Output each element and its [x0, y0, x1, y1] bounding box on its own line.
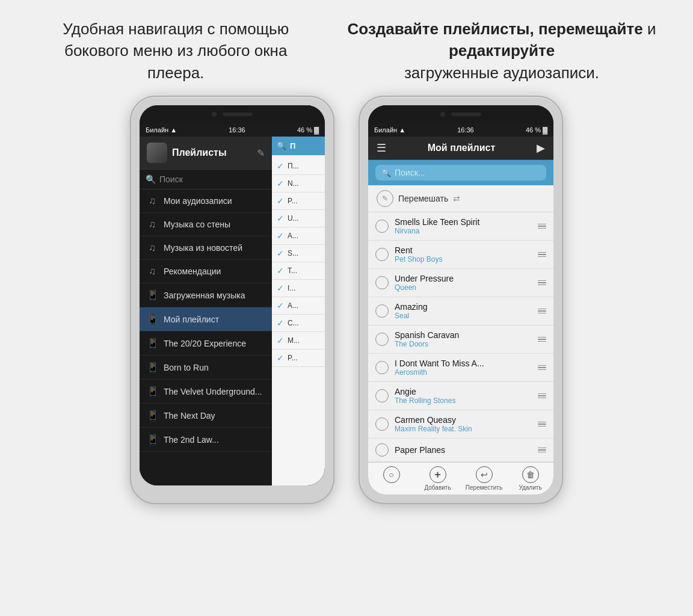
delete-icon[interactable]: 🗑 — [522, 466, 539, 483]
add-button[interactable]: + Добавить — [414, 466, 461, 491]
track-menu-8[interactable] — [538, 448, 546, 453]
track-menu-4[interactable] — [538, 337, 546, 342]
hamburger-icon[interactable]: ☰ — [377, 141, 386, 155]
track-name-0: Smells Like Teen Spirit — [395, 217, 532, 227]
music-icon-4: ♫ — [147, 266, 158, 277]
speaker-bar-right — [451, 112, 481, 116]
left-caption: Удобная навигация с помощью бокового мен… — [36, 18, 315, 84]
sidebar-label-velvet: The Velvet Underground... — [164, 387, 262, 396]
sidebar-item-2020[interactable]: 📱 The 20/20 Experience — [140, 331, 272, 356]
track-list: Smells Like Teen Spirit Nirvana Rent Pet… — [368, 212, 553, 462]
move-button[interactable]: ↩ Переместить — [461, 466, 507, 491]
sidebar-item-my-playlist[interactable]: 📱 Мой плейлист — [140, 307, 272, 331]
sidebar-item-velvet[interactable]: 📱 The Velvet Underground... — [140, 380, 272, 404]
avatar — [147, 143, 167, 163]
track-item-4[interactable]: Spanish Caravan The Doors — [368, 325, 553, 354]
sidebar-header: Плейлисты ✎ — [140, 137, 272, 170]
left-status-bar: Билайн ▲ 16:36 46 % ▓ — [140, 123, 325, 137]
phone-icon: 📱 — [147, 289, 158, 301]
circle-icon[interactable]: ○ — [383, 466, 400, 483]
sidebar-item-wall-music[interactable]: ♫ Музыка со стены — [140, 213, 272, 236]
battery-right: 46 % — [526, 126, 541, 134]
sidebar-item-my-audio[interactable]: ♫ Мои аудиозаписи — [140, 189, 272, 213]
sidebar-label-downloaded: Загруженная музыка — [164, 291, 245, 300]
shuffle-radio-btn[interactable]: ✎ — [377, 190, 393, 207]
delete-button[interactable]: 🗑 Удалить — [507, 466, 553, 491]
phone-icon-7: 📱 — [147, 434, 158, 445]
track-menu-6[interactable] — [538, 393, 546, 399]
track-menu-2[interactable] — [538, 280, 546, 286]
track-item-3[interactable]: Amazing Seal — [368, 297, 553, 325]
track-item-2[interactable]: Under Pressure Queen — [368, 269, 553, 297]
search-text: Поиск — [159, 174, 183, 184]
edit-icon-shuffle: ✎ — [382, 194, 388, 203]
search-placeholder: Поиск... — [395, 168, 425, 177]
sidebar-item-next-day[interactable]: 📱 The Next Day — [140, 404, 272, 428]
sidebar-label-my-audio: Мои аудиозаписи — [164, 196, 232, 206]
time-left: 16:36 — [229, 126, 245, 134]
music-icon: ♫ — [147, 196, 158, 206]
sidebar-item-2nd-law[interactable]: 📱 The 2nd Law... — [140, 428, 272, 452]
track-radio-3[interactable] — [375, 304, 389, 318]
track-item-5[interactable]: I Dont Want To Miss A... Aerosmith — [368, 354, 553, 382]
track-menu-3[interactable] — [538, 309, 546, 314]
sidebar-label-wall-music: Музыка со стены — [164, 220, 230, 229]
right-search-bar[interactable]: 🔍 Поиск... — [368, 160, 553, 185]
track-menu-5[interactable] — [538, 365, 546, 371]
bottom-toolbar: ○ + Добавить ↩ Переместить 🗑 Удалить — [368, 462, 553, 494]
track-menu-0[interactable] — [538, 224, 546, 229]
track-radio-4[interactable] — [375, 333, 389, 346]
track-item-8[interactable]: Paper Planes — [368, 439, 553, 462]
main-panel-partial: 🔍 П ✓П... ✓N... ✓P... ✓U... ✓A... ✓S... … — [272, 137, 325, 485]
play-icon[interactable]: ▶ — [537, 141, 545, 155]
track-radio-8[interactable] — [375, 443, 389, 457]
track-radio-6[interactable] — [375, 389, 389, 402]
partial-header: 🔍 П — [272, 137, 325, 155]
right-iphone: Билайн ▲ 16:36 46 % ▓ ☰ Мой плейлист ▶ — [359, 96, 563, 504]
music-icon-2: ♫ — [147, 219, 158, 230]
track-artist-7: Maxim Reality feat. Skin — [395, 425, 532, 433]
sidebar-item-downloaded[interactable]: 📱 Загруженная музыка — [140, 283, 272, 307]
camera-dot — [212, 112, 217, 117]
track-radio-7[interactable] — [375, 417, 389, 431]
track-menu-1[interactable] — [538, 252, 546, 257]
shuffle-arrows-icon: ⇄ — [453, 194, 460, 203]
track-item-6[interactable]: Angie The Rolling Stones — [368, 382, 553, 410]
edit-icon[interactable]: ✎ — [257, 147, 265, 159]
move-icon[interactable]: ↩ — [476, 466, 493, 483]
track-item-1[interactable]: Rent Pet Shop Boys — [368, 241, 553, 269]
sidebar-item-recs[interactable]: ♫ Рекомендации — [140, 260, 272, 283]
track-name-5: I Dont Want To Miss A... — [395, 359, 532, 368]
track-radio-0[interactable] — [375, 220, 389, 233]
track-radio-2[interactable] — [375, 276, 389, 289]
track-name-6: Angie — [395, 387, 532, 396]
sidebar-search-row[interactable]: 🔍 Поиск — [140, 170, 272, 189]
right-caption: Создавайте плейлисты, перемещайте и реда… — [346, 18, 657, 84]
sidebar-item-news-music[interactable]: ♫ Музыка из новостей — [140, 236, 272, 260]
wifi-icon-right: ▲ — [399, 126, 405, 134]
right-status-bar: Билайн ▲ 16:36 46 % ▓ — [368, 123, 553, 137]
right-nav-title: Мой плейлист — [428, 143, 495, 153]
track-artist-2: Queen — [395, 283, 532, 292]
sidebar-item-born-to-run[interactable]: 📱 Born to Run — [140, 356, 272, 380]
track-item[interactable]: Smells Like Teen Spirit Nirvana — [368, 212, 553, 241]
left-screen: Плейлисты ✎ 🔍 Поиск ♫ Мои аудиозаписи ♫ — [140, 137, 325, 485]
right-phone-top-bar — [368, 105, 553, 123]
sidebar-label-2020: The 20/20 Experience — [164, 339, 246, 348]
delete-label: Удалить — [519, 484, 541, 491]
sidebar-label-born-to-run: Born to Run — [164, 363, 209, 372]
search-icon-partial: 🔍 — [277, 141, 286, 150]
track-radio-1[interactable] — [375, 248, 389, 261]
track-menu-7[interactable] — [538, 422, 546, 427]
add-icon[interactable]: + — [430, 466, 446, 483]
track-artist-5: Aerosmith — [395, 368, 532, 377]
battery-icon-left: ▓ — [314, 126, 319, 134]
sidebar-label-news-music: Музыка из новостей — [164, 243, 242, 253]
search-icon: 🔍 — [146, 174, 156, 184]
track-name-4: Spanish Caravan — [395, 330, 532, 340]
shuffle-row[interactable]: ✎ Перемешать ⇄ — [368, 185, 553, 212]
toolbar-circle-btn[interactable]: ○ — [368, 466, 414, 491]
track-item-7[interactable]: Carmen Queasy Maxim Reality feat. Skin — [368, 410, 553, 439]
wifi-icon-left: ▲ — [170, 126, 177, 134]
track-radio-5[interactable] — [375, 361, 389, 374]
